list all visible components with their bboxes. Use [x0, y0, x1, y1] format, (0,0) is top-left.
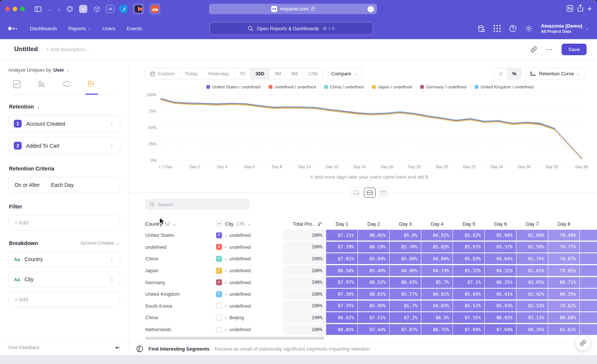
retention-cell[interactable]: 84.64%	[485, 253, 516, 264]
kebab-menu-icon[interactable]: ⋮	[109, 256, 115, 262]
retention-cell[interactable]: 86.01%	[358, 289, 389, 299]
table-row[interactable]: United Kingdom › undefined 100% 87.36%86…	[145, 288, 597, 300]
kebab-menu-icon[interactable]: ⋮	[109, 143, 115, 149]
series-checkbox[interactable]	[216, 232, 222, 238]
give-feedback-link[interactable]: Give Feedback	[8, 345, 40, 350]
retention-cell[interactable]: 85.37%	[485, 242, 516, 252]
tabs-chevron-icon[interactable]: ⌄	[48, 7, 51, 11]
nav-reports[interactable]: Reports⌄	[68, 26, 91, 31]
breakdown-item-city[interactable]: Aa City ⋮	[8, 272, 120, 287]
retention-cell[interactable]: 87.39%	[326, 242, 357, 252]
series-checkbox[interactable]	[216, 268, 222, 274]
retention-cell[interactable]: 85.49%	[358, 265, 389, 276]
series-checkbox[interactable]	[216, 279, 222, 285]
retention-cell[interactable]: 87.51%	[358, 312, 389, 323]
retention-cell[interactable]: 84.83%	[421, 301, 453, 311]
settings-gear-icon[interactable]	[525, 25, 533, 32]
table-row[interactable]: South Korea › undefined 100% 87.35%85.99…	[145, 300, 597, 312]
retention-cell[interactable]: 85.7%	[390, 301, 421, 311]
window-controls[interactable]	[5, 7, 25, 11]
expand-row-icon[interactable]: ›	[225, 327, 226, 332]
day-column-header[interactable]: Day 4	[421, 221, 453, 227]
retention-cell[interactable]: 82.42%	[516, 289, 548, 299]
retention-curve-chart[interactable]	[159, 93, 585, 162]
retention-cell[interactable]: 87.35%	[326, 301, 357, 311]
breakdown-item-country[interactable]: Aa Country ⋮	[8, 251, 120, 267]
analyze-value[interactable]: User	[53, 67, 64, 73]
retention-cell[interactable]: 81.41%	[516, 265, 548, 276]
retention-cell[interactable]: 80.68%	[548, 312, 579, 323]
new-tab-icon[interactable]: +	[587, 5, 592, 13]
expand-row-icon[interactable]: ›	[225, 233, 226, 238]
table-row[interactable]: undefined › undefined 100% 87.39%86.19%8…	[145, 241, 597, 253]
day-column-header[interactable]: Day 5	[453, 221, 485, 227]
copy-link-icon[interactable]	[531, 46, 537, 53]
range-30d[interactable]: 30D	[250, 68, 269, 79]
retention-cell[interactable]: 85.41%	[485, 289, 516, 299]
retention-cell[interactable]: 85.99%	[358, 301, 389, 311]
retention-cell[interactable]: 84.84%	[421, 253, 453, 264]
retention-cell[interactable]: 86.19%	[358, 242, 389, 252]
range-today[interactable]: Today	[179, 68, 203, 79]
tab-funnels-icon[interactable]	[37, 80, 46, 90]
tab-flows-icon[interactable]	[62, 80, 71, 90]
retention-cell[interactable]: 79.77%	[548, 242, 579, 252]
project-switcher[interactable]: Amazonia {Demo}All Project Data ⌄	[541, 23, 589, 34]
range-3m[interactable]: 3M	[269, 68, 286, 79]
retention-cell[interactable]: 87.35%	[453, 312, 484, 323]
retention-cell[interactable]: 84.81%	[421, 289, 453, 299]
add-breakdown-button[interactable]: + Add	[8, 292, 120, 307]
criteria-each-day[interactable]: Each Day	[51, 182, 74, 188]
table-row[interactable]: Germany › undefined 100% 87.97%86.52%86.…	[145, 276, 597, 288]
expand-row-icon[interactable]: ›	[225, 269, 226, 273]
select-all-checkbox[interactable]	[216, 221, 222, 227]
series-checkbox[interactable]	[216, 327, 222, 333]
retention-cell[interactable]: 87.07%	[390, 324, 421, 335]
day-column-header[interactable]: Day 6	[485, 221, 516, 227]
retention-cell[interactable]: 86.03%	[485, 312, 516, 323]
retention-cell[interactable]: 83.05%	[516, 277, 548, 288]
retention-cell[interactable]: 85.77%	[390, 289, 421, 299]
retention-cell[interactable]: 85.82%	[453, 230, 484, 241]
retention-cell[interactable]: 84.19%	[421, 265, 453, 276]
save-button[interactable]: Save	[562, 44, 587, 55]
retention-cell[interactable]: 85.91%	[453, 242, 484, 252]
retention-cell[interactable]: 84.92%	[421, 230, 453, 241]
kebab-menu-icon[interactable]: ⋮	[109, 121, 115, 127]
apps-grid-icon[interactable]	[494, 25, 501, 32]
retention-cell[interactable]: 86.43%	[390, 277, 421, 288]
retention-section-title[interactable]: Retention	[9, 104, 34, 110]
nav-users[interactable]: Users	[102, 26, 115, 31]
retention-cell[interactable]: 85.52%	[453, 301, 484, 311]
series-checkbox[interactable]	[216, 315, 222, 321]
series-checkbox[interactable]	[216, 256, 222, 262]
retention-cell[interactable]: 80.35%	[548, 289, 579, 299]
country-column-header[interactable]: Country52⌄	[145, 221, 216, 227]
retention-cell[interactable]: 87.21%	[326, 230, 357, 241]
retention-cell[interactable]: 85.66%	[390, 253, 421, 264]
mixpanel-logo[interactable]	[8, 27, 17, 30]
retention-cell[interactable]: 85.76%	[390, 242, 421, 252]
range-yesterday[interactable]: Yesterday	[203, 68, 234, 79]
tab-favicon-cube-icon[interactable]	[93, 5, 101, 13]
retention-cell[interactable]: 86.58%	[326, 265, 357, 276]
compare-button[interactable]: Compare⌄	[326, 68, 362, 79]
more-options-icon[interactable]: ⋯	[546, 46, 553, 53]
retention-cell[interactable]: 85.64%	[453, 289, 484, 299]
legend-item[interactable]: United States / undefined	[206, 85, 260, 89]
help-icon[interactable]	[509, 25, 517, 32]
retention-cell[interactable]: 87.69%	[485, 324, 516, 335]
retention-cell[interactable]: 85.08%	[485, 230, 516, 241]
range-custom[interactable]: Custom	[145, 68, 179, 79]
city-column-header[interactable]: City176⌄	[216, 221, 283, 227]
expand-row-icon[interactable]: ›	[225, 292, 226, 296]
tab-favicon-bird-icon[interactable]	[119, 5, 128, 13]
kebab-menu-icon[interactable]: ⋮	[109, 276, 115, 282]
range-7d[interactable]: 7D	[234, 68, 250, 79]
legend-item[interactable]: China / undefined	[324, 85, 364, 89]
tab-favicon-soundcloud-icon[interactable]	[149, 3, 160, 15]
nav-events[interactable]: Events	[127, 26, 142, 31]
table-search[interactable]	[145, 199, 250, 210]
tab-favicon-ring-icon[interactable]	[66, 5, 74, 13]
retention-cell[interactable]: 82.33%	[516, 301, 548, 311]
